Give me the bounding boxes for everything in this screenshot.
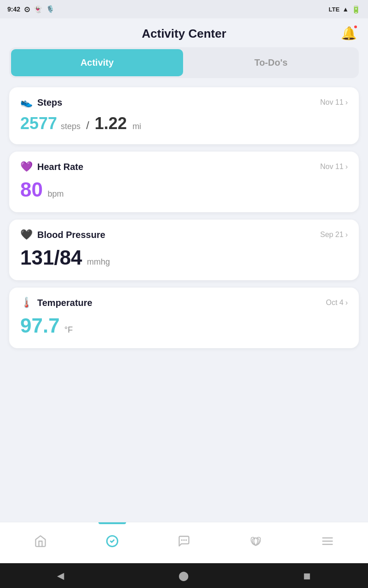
status-bar: 9:42 ⊙ 👻 🎙️ LTE ▲ 🔋	[0, 0, 368, 18]
heart-rate-chevron: ›	[345, 163, 348, 171]
steps-count: 2577	[20, 114, 57, 133]
steps-unit: steps	[61, 122, 80, 131]
recents-button[interactable]: ◼	[303, 570, 311, 581]
android-nav-bar: ◀ ⬤ ◼	[0, 563, 368, 588]
temperature-value: 97.7	[20, 314, 60, 337]
nav-activity[interactable]	[76, 522, 148, 563]
heart-rate-date: Nov 11 ›	[320, 163, 348, 171]
nav-menu[interactable]	[292, 522, 363, 563]
bell-button[interactable]: 🔔	[341, 25, 357, 40]
steps-title: Steps	[37, 97, 62, 108]
blood-pressure-date: Sep 21 ›	[320, 231, 348, 239]
pocketcasts-icon: 🎙️	[46, 5, 55, 13]
message-icon	[178, 535, 190, 551]
temperature-chevron: ›	[345, 299, 348, 307]
lotus-icon	[249, 535, 263, 551]
temperature-icon: 🌡️	[20, 297, 33, 309]
blood-pressure-card[interactable]: 🖤 Blood Pressure Sep 21 › 131/84 mmhg	[9, 220, 359, 280]
steps-miles-unit: mi	[132, 122, 141, 131]
temperature-card[interactable]: 🌡️ Temperature Oct 4 › 97.7 °F	[9, 288, 359, 348]
home-button[interactable]: ⬤	[178, 570, 189, 581]
temperature-title: Temperature	[37, 298, 92, 308]
bottom-nav	[0, 522, 368, 563]
heart-rate-card[interactable]: 💜 Heart Rate Nov 11 › 80 bpm	[9, 152, 359, 212]
tab-bar: Activity To-Do's	[9, 47, 359, 78]
steps-card[interactable]: 👟 Steps Nov 11 › 2577 steps / 1.22 mi	[9, 87, 359, 144]
temperature-value-row: 97.7 °F	[20, 314, 348, 337]
blood-pressure-chevron: ›	[345, 231, 348, 239]
nav-home[interactable]	[5, 522, 76, 563]
temperature-unit: °F	[64, 325, 73, 334]
notification-dot	[353, 24, 358, 29]
blood-pressure-value-row: 131/84 mmhg	[20, 246, 348, 269]
page-title: Activity Center	[142, 27, 226, 41]
content-area: 👟 Steps Nov 11 › 2577 steps / 1.22 mi 💜 …	[0, 87, 368, 435]
heart-rate-title: Heart Rate	[37, 162, 83, 172]
tab-todos[interactable]: To-Do's	[185, 49, 357, 76]
heart-rate-value: 80	[20, 178, 43, 201]
home-icon	[34, 535, 47, 551]
steps-value-row: 2577 steps / 1.22 mi	[20, 114, 348, 133]
blood-pressure-unit: mmhg	[87, 257, 110, 266]
android-icon: ⊙	[24, 5, 30, 14]
battery-icon: 🔋	[351, 5, 361, 14]
heart-rate-unit: bpm	[47, 189, 63, 198]
steps-chevron: ›	[345, 98, 348, 107]
heart-rate-value-row: 80 bpm	[20, 178, 348, 201]
steps-icon: 👟	[20, 96, 33, 108]
check-circle-icon	[106, 535, 119, 551]
steps-date: Nov 11 ›	[320, 98, 348, 107]
active-indicator	[98, 522, 126, 524]
nav-messages[interactable]	[148, 522, 220, 563]
status-time: 9:42	[7, 6, 20, 13]
steps-divider: /	[86, 119, 89, 132]
snapchat-icon: 👻	[34, 5, 42, 13]
network-indicator: LTE	[329, 6, 340, 13]
signal-icon: ▲	[342, 6, 349, 13]
tab-activity[interactable]: Activity	[11, 49, 183, 76]
header: Activity Center 🔔	[0, 18, 368, 47]
temperature-date: Oct 4 ›	[326, 299, 348, 307]
menu-icon	[321, 535, 334, 551]
back-button[interactable]: ◀	[57, 570, 64, 581]
nav-wellness[interactable]	[220, 522, 292, 563]
blood-pressure-icon: 🖤	[20, 229, 33, 241]
blood-pressure-title: Blood Pressure	[37, 230, 105, 240]
blood-pressure-value: 131/84	[20, 246, 82, 269]
heart-rate-icon: 💜	[20, 161, 33, 173]
steps-miles: 1.22	[95, 114, 127, 133]
